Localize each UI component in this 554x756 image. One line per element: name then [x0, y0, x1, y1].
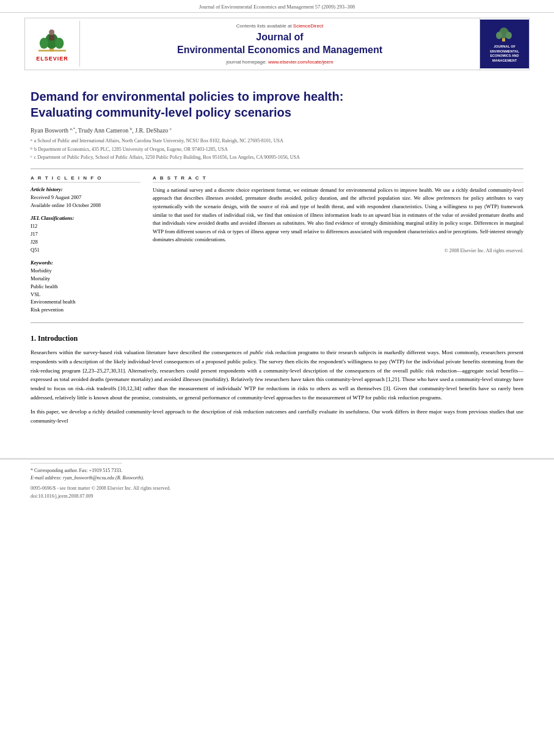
received-date: Received 9 August 2007: [31, 194, 140, 202]
jel-q51: Q51: [31, 246, 140, 254]
keyword-mortality: Mortality: [31, 275, 140, 283]
article-info-abstract-section: A R T I C L E I N F O Article history: R…: [31, 175, 523, 314]
elsevier-tree-icon: [35, 26, 69, 53]
copyright-line: © 2008 Elsevier Inc. All rights reserved…: [153, 248, 523, 253]
keyword-env-health: Environmental health: [31, 298, 140, 306]
svg-point-9: [496, 32, 502, 39]
sciencedirect-link[interactable]: ScienceDirect: [293, 23, 323, 29]
authors-line: Ryan Bosworth a,*, Trudy Ann Cameron b, …: [31, 126, 523, 134]
svg-point-3: [55, 38, 64, 49]
affiliation-c: c c Department of Public Policy, School …: [31, 154, 523, 162]
jel-heading: JEL Classifications:: [31, 215, 140, 221]
divider-top: [31, 169, 523, 169]
homepage-link[interactable]: www.elsevier.com/locate/jeem: [268, 59, 333, 65]
article-title: Demand for environmental policies to imp…: [31, 89, 523, 120]
main-content: Demand for environmental policies to imp…: [0, 70, 554, 440]
footer-issn: 0095-0696/$ - see front matter © 2008 El…: [31, 485, 523, 491]
journal-header: ELSEVIER Contents lists available at Sci…: [24, 18, 530, 70]
footer-doi: doi:10.1016/j.jeem.2008.07.009: [31, 493, 523, 499]
available-date: Available online 10 October 2008: [31, 202, 140, 209]
jel-j17: J17: [31, 230, 140, 238]
keyword-vsl: VSL: [31, 291, 140, 299]
page: Journal of Environmental Economics and M…: [0, 0, 554, 756]
footnote-divider: [31, 463, 122, 463]
footer-section: * Corresponding author. Fax: +1919 515 7…: [0, 459, 554, 509]
abstract-heading: A B S T R A C T: [153, 175, 523, 183]
jel-i12: I12: [31, 222, 140, 230]
svg-point-5: [49, 30, 54, 35]
journal-logo-tree-icon: [495, 24, 514, 43]
footnote-email: E-mail address: ryan_bosworth@ncsu.edu (…: [31, 474, 523, 482]
introduction-section: 1. Introduction Researchers within the s…: [31, 334, 523, 426]
svg-point-10: [506, 32, 512, 39]
jel-j28: J28: [31, 238, 140, 246]
journal-title: Journal ofEnvironmental Economics and Ma…: [87, 31, 472, 57]
intro-paragraph-1: Researchers within the survey-based risk…: [31, 348, 523, 402]
keywords-heading: Keywords:: [31, 260, 140, 266]
journal-center-header: Contents lists available at ScienceDirec…: [80, 18, 480, 70]
journal-ref-text: Journal of Environmental Economics and M…: [199, 4, 355, 10]
keyword-public-health: Public health: [31, 283, 140, 291]
article-info-heading: A R T I C L E I N F O: [31, 175, 140, 183]
journal-homepage: journal homepage: www.elsevier.com/locat…: [87, 59, 472, 65]
journal-logo-text: JOURNAL OF ENVIRONMENTAL ECONOMICS AND M…: [490, 45, 519, 64]
affiliation-a: a a School of Public and International A…: [31, 137, 523, 146]
svg-point-2: [40, 38, 48, 49]
keyword-risk-prevention: Risk prevention: [31, 306, 140, 314]
svg-rect-4: [38, 50, 66, 52]
contents-line: Contents lists available at ScienceDirec…: [87, 23, 472, 29]
article-info-column: A R T I C L E I N F O Article history: R…: [31, 175, 140, 314]
keyword-morbidity: Morbidity: [31, 267, 140, 275]
svg-rect-6: [49, 35, 54, 41]
intro-paragraph-2: In this paper, we develop a richly detai…: [31, 407, 523, 426]
journal-reference-bar: Journal of Environmental Economics and M…: [0, 0, 554, 13]
footnote-corresponding: * Corresponding author. Fax: +1919 515 7…: [31, 467, 523, 474]
divider-bottom: [31, 322, 523, 323]
affiliations: a a School of Public and International A…: [31, 137, 523, 162]
elsevier-logo: ELSEVIER: [25, 21, 80, 67]
elsevier-brand-text: ELSEVIER: [36, 56, 68, 62]
history-heading: Article history:: [31, 186, 140, 192]
abstract-column: A B S T R A C T Using a national survey …: [153, 175, 523, 314]
journal-logo-right: JOURNAL OF ENVIRONMENTAL ECONOMICS AND M…: [480, 20, 529, 68]
affiliation-b: b b Department of Economics, 435 PLC, 12…: [31, 146, 523, 154]
intro-heading: 1. Introduction: [31, 334, 523, 343]
abstract-text: Using a national survey and a discrete c…: [153, 186, 523, 244]
